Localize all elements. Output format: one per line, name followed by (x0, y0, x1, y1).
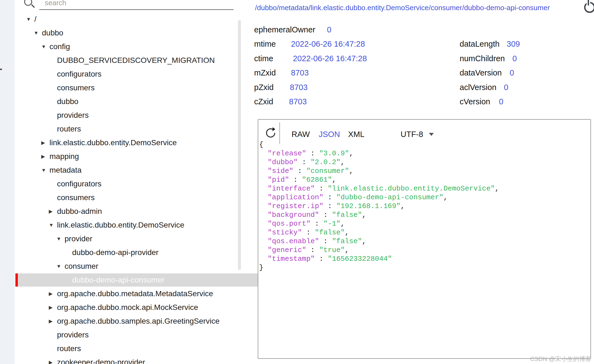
chevron-down-icon[interactable] (429, 133, 434, 136)
refresh-button[interactable] (264, 127, 277, 139)
left-accent-strip (0, 0, 15, 364)
stat-value: 0 (504, 81, 508, 94)
chevron-expanded-icon[interactable]: ▼ (49, 222, 57, 228)
tree-node-root[interactable]: ▼/ (15, 13, 248, 26)
json-punct (259, 211, 268, 219)
tree-node-link-elastic-dubbo-entity-demoservice[interactable]: ▶link.elastic.dubbo.entity.DemoService (15, 136, 263, 149)
tree-node-mapping[interactable]: ▶mapping (15, 150, 263, 163)
json-content[interactable]: { "release" : "3.0.9", "dubbo" : "2.0.2"… (259, 140, 499, 272)
json-line: } (259, 263, 499, 272)
chevron-expanded-icon[interactable]: ▼ (41, 44, 49, 50)
stat-value: 0 (510, 66, 514, 79)
json-punct: { (259, 141, 263, 149)
node-data-panel: RAWJSONXML UTF-8 { "release" : "3.0.9", … (258, 119, 591, 359)
tree-node-label: dubbo-demo-api-provider (72, 248, 159, 257)
json-line: "interface" : "link.elastic.dubbo.entity… (259, 184, 499, 193)
tree-node-providers[interactable]: providers (15, 109, 271, 122)
tree-scrollbar[interactable] (238, 20, 241, 270)
json-line: "generic" : "true", (259, 246, 499, 254)
tree-node-label: metadata (49, 166, 82, 175)
json-punct (259, 176, 268, 184)
chevron-expanded-icon[interactable]: ▼ (26, 16, 34, 22)
json-line: "sticky" : "false", (259, 228, 499, 237)
tree-node-configurators[interactable]: configurators (15, 68, 271, 81)
chevron-collapsed-icon[interactable]: ▶ (49, 291, 57, 297)
disconnect-power-icon-bar[interactable] (587, 0, 590, 5)
tree-node-dubbo[interactable]: ▼dubbo (15, 26, 256, 40)
chevron-expanded-icon[interactable]: ▼ (56, 264, 65, 269)
tree-node-label: providers (57, 331, 89, 339)
splitter-handle[interactable] (0, 69, 2, 70)
tree-node-label: consumers (57, 193, 95, 202)
json-punct: : (306, 246, 319, 254)
stat-label: dataVersion (460, 68, 502, 77)
chevron-expanded-icon[interactable]: ▼ (34, 30, 42, 36)
stat-value: 8703 (291, 66, 309, 79)
tree-node-providers[interactable]: providers (15, 328, 271, 341)
json-punct (259, 246, 268, 254)
chevron-collapsed-icon[interactable]: ▶ (49, 359, 57, 364)
json-key: "dubbo" (268, 158, 298, 166)
json-string: "consumer" (306, 167, 349, 175)
chevron-collapsed-icon[interactable]: ▶ (41, 140, 49, 146)
tree-node-org-apache-dubbo-metadata-metadataservice[interactable]: ▶org.apache.dubbo.metadata.MetadataServi… (15, 287, 271, 300)
json-key: "release" (268, 149, 306, 158)
tab-raw[interactable]: RAW (292, 128, 310, 141)
chevron-collapsed-icon[interactable]: ▶ (49, 318, 57, 324)
stat-row-cZxid: cZxid8703 (254, 95, 273, 108)
chevron-collapsed-icon[interactable]: ▶ (41, 153, 49, 159)
tree-node-dubbo-demo-api-consumer[interactable]: dubbo-demo-api-consumer (15, 273, 286, 287)
tree-node-label: dubbo-admin (57, 207, 102, 216)
tree-node-routers[interactable]: routers (15, 122, 271, 136)
json-key: "register.ip" (268, 202, 323, 210)
stat-row-dataLength: dataLength309 (460, 37, 499, 51)
tree-node-label: config (49, 42, 70, 51)
json-line: { (259, 140, 499, 149)
tree-node-zookeeper-demo-provider[interactable]: ▶zookeeper-demo-provider (15, 356, 271, 364)
encoding-select[interactable]: UTF-8 (401, 128, 423, 141)
stat-row-ctime: ctime2022-06-26 16:47:28 (254, 52, 273, 65)
chevron-collapsed-icon[interactable]: ▶ (49, 304, 57, 310)
zk-node-tree[interactable]: ▼/▼dubbo▼configDUBBO_SERVICEDISCOVERY_MI… (15, 0, 238, 364)
chevron-expanded-icon[interactable]: ▼ (56, 236, 65, 242)
tree-node-metadata[interactable]: ▼metadata (15, 164, 263, 177)
json-string: "1656233228044" (328, 255, 392, 263)
tree-node-consumers[interactable]: consumers (15, 191, 271, 204)
json-punct (259, 237, 268, 245)
tree-node-org-apache-dubbo-mock-api-mockservice[interactable]: ▶org.apache.dubbo.mock.api.MockService (15, 301, 271, 314)
tree-node-dubbo[interactable]: dubbo (15, 95, 271, 108)
json-string: "true" (319, 246, 345, 254)
chevron-collapsed-icon[interactable]: ▶ (49, 208, 57, 214)
json-punct: , (349, 167, 354, 175)
encoding-value: UTF-8 (401, 130, 423, 139)
tree-node-label: routers (57, 344, 81, 353)
tree-node-label: dubbo-demo-api-consumer (72, 276, 165, 284)
json-line: "qos.enable" : "false", (259, 237, 499, 246)
stat-label: mtime (254, 40, 276, 48)
stat-value: 0 (512, 52, 517, 65)
tree-node-label: DUBBO_SERVICEDISCOVERY_MIGRATION (57, 56, 215, 65)
tree-node-config[interactable]: ▼config (15, 40, 263, 53)
tab-xml[interactable]: XML (348, 128, 365, 141)
stat-label: numChildren (460, 54, 505, 63)
tree-node-configurators[interactable]: configurators (15, 177, 271, 191)
json-line: "pid" : "62861", (259, 175, 499, 184)
tree-node-label: routers (57, 125, 81, 133)
tree-node-label: / (34, 15, 37, 24)
tree-node-consumers[interactable]: consumers (15, 81, 271, 94)
json-punct: : (302, 228, 315, 237)
chevron-expanded-icon[interactable]: ▼ (41, 167, 49, 173)
tree-node-dubbo-servicediscovery-migration[interactable]: DUBBO_SERVICEDISCOVERY_MIGRATION (15, 54, 271, 67)
tree-node-org-apache-dubbo-samples-api-greetingservice[interactable]: ▶org.apache.dubbo.samples.api.GreetingSe… (15, 315, 271, 328)
json-punct: , (443, 193, 448, 201)
json-punct: , (340, 220, 345, 228)
json-punct: : (323, 202, 336, 210)
json-punct: : (298, 158, 310, 166)
json-punct: : (323, 193, 336, 201)
stat-label: mZxid (254, 68, 276, 77)
tree-node-dubbo-admin[interactable]: ▶dubbo-admin (15, 205, 271, 218)
tree-node-link-elastic-dubbo-entity-demoservice[interactable]: ▼link.elastic.dubbo.entity.DemoService (15, 219, 271, 232)
tree-node-routers[interactable]: routers (15, 342, 271, 355)
tree-node-dubbo-demo-api-provider[interactable]: dubbo-demo-api-provider (15, 246, 286, 259)
tab-json[interactable]: JSON (319, 128, 340, 141)
